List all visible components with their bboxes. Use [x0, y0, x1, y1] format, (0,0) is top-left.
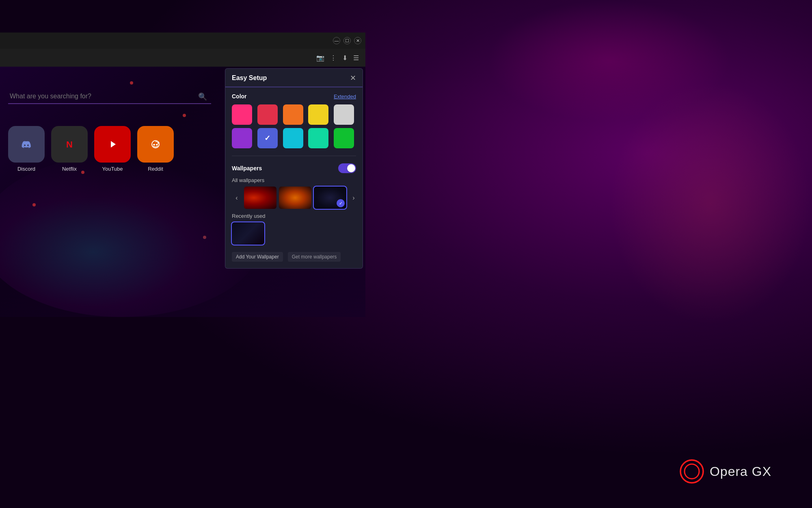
- shortcuts-container: Discord N Netflix YouTube: [8, 126, 174, 172]
- shortcut-netflix[interactable]: N Netflix: [51, 126, 88, 172]
- easy-setup-panel: Easy Setup ✕ Color Extended Wallpapers: [225, 68, 363, 269]
- netflix-label: Netflix: [62, 166, 77, 172]
- opera-brand-name: Opera GX: [710, 464, 771, 479]
- color-section-header: Color Extended: [232, 93, 356, 100]
- search-icon: 🔍: [198, 92, 207, 101]
- youtube-icon: [94, 126, 131, 163]
- panel-title: Easy Setup: [232, 74, 267, 82]
- svg-point-10: [158, 142, 160, 144]
- color-grid: [232, 104, 356, 148]
- minimize-button[interactable]: —: [333, 37, 340, 44]
- bottom-links: Add Your Wallpaper Get more wallpapers: [225, 248, 363, 262]
- wallpaper-thumbnails-row: ‹ ✓ ›: [232, 187, 356, 209]
- toolbar: 📷 ⋮ ⬇ ☰: [0, 49, 365, 67]
- shortcut-reddit[interactable]: Reddit: [137, 126, 174, 172]
- opera-gx-logo: Opera GX: [680, 459, 771, 484]
- wallpaper-thumb-2[interactable]: [279, 187, 311, 209]
- color-swatch-red[interactable]: [257, 104, 278, 125]
- section-divider: [232, 156, 356, 156]
- color-swatch-yellow[interactable]: [308, 104, 328, 125]
- netflix-icon: N: [51, 126, 88, 163]
- color-swatch-pink[interactable]: [232, 104, 252, 125]
- svg-point-12: [685, 464, 699, 479]
- titlebar: — ☐ ✕: [0, 33, 365, 49]
- color-swatch-green[interactable]: [334, 128, 354, 148]
- shortcut-discord[interactable]: Discord: [8, 126, 45, 172]
- wallpapers-header: Wallpapers: [232, 163, 356, 173]
- reddit-icon: [137, 126, 174, 163]
- search-input[interactable]: [8, 89, 211, 104]
- opera-logo-icon: [680, 459, 704, 484]
- recently-used-section: Recently used: [225, 213, 363, 248]
- bg-wave: [0, 154, 264, 317]
- wallpapers-toggle[interactable]: [338, 163, 356, 173]
- color-swatch-white[interactable]: [334, 104, 354, 125]
- color-swatch-orange[interactable]: [283, 104, 303, 125]
- wallpapers-section: Wallpapers All wallpapers ‹ ✓ ›: [225, 159, 363, 213]
- wallpaper-thumb-1[interactable]: [244, 187, 276, 209]
- bg-glow-right: [609, 81, 812, 325]
- decorative-dot: [203, 236, 206, 239]
- download-icon[interactable]: ⬇: [342, 54, 348, 62]
- recently-used-label: Recently used: [232, 213, 356, 219]
- more-options-icon[interactable]: ⋮: [330, 54, 337, 62]
- color-swatch-teal[interactable]: [308, 128, 328, 148]
- shortcut-youtube[interactable]: YouTube: [94, 126, 131, 172]
- decorative-dot: [32, 203, 36, 206]
- wallpaper-thumb-3-selected[interactable]: ✓: [314, 187, 346, 209]
- color-swatch-cyan[interactable]: [283, 128, 303, 148]
- panel-header: Easy Setup ✕: [225, 69, 363, 87]
- panel-close-button[interactable]: ✕: [350, 74, 356, 82]
- wallpaper-selected-check: ✓: [337, 199, 345, 207]
- wallpaper-next-arrow[interactable]: ›: [349, 193, 358, 203]
- recently-used-thumb[interactable]: [232, 222, 264, 245]
- decorative-dot: [183, 114, 186, 117]
- svg-point-9: [156, 144, 158, 145]
- maximize-button[interactable]: ☐: [343, 37, 351, 44]
- extended-link[interactable]: Extended: [334, 93, 356, 100]
- close-button[interactable]: ✕: [354, 37, 361, 44]
- camera-icon[interactable]: 📷: [316, 54, 324, 62]
- toggle-knob: [347, 164, 355, 172]
- discord-icon: [8, 126, 45, 163]
- add-wallpaper-link[interactable]: Add Your Wallpaper: [232, 252, 283, 262]
- color-swatch-purple[interactable]: [232, 128, 252, 148]
- get-more-wallpapers-link[interactable]: Get more wallpapers: [288, 252, 341, 262]
- search-area: 🔍: [8, 89, 211, 104]
- menu-icon[interactable]: ☰: [353, 54, 359, 62]
- reddit-label: Reddit: [148, 166, 163, 172]
- decorative-dot: [130, 81, 133, 85]
- discord-label: Discord: [17, 166, 35, 172]
- wallpapers-title: Wallpapers: [232, 165, 262, 172]
- svg-point-8: [153, 144, 155, 145]
- color-section-title: Color: [232, 93, 247, 100]
- all-wallpapers-label: All wallpapers: [232, 177, 356, 183]
- color-section: Color Extended: [225, 87, 363, 152]
- color-swatch-blue-selected[interactable]: [257, 128, 278, 148]
- svg-point-11: [680, 460, 703, 483]
- wallpaper-prev-arrow[interactable]: ‹: [232, 193, 242, 203]
- svg-text:N: N: [66, 139, 73, 150]
- youtube-label: YouTube: [102, 166, 123, 172]
